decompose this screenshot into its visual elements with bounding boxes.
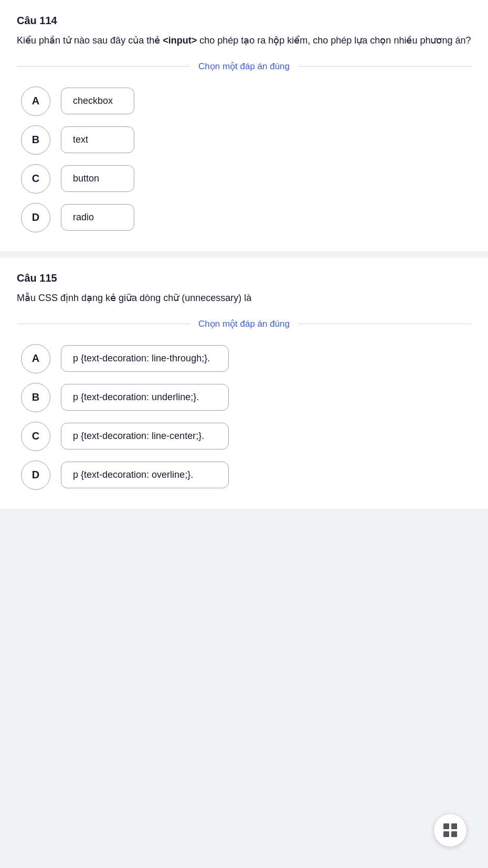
option-115-b-box[interactable]: p {text-decoration: underline;}.	[61, 384, 229, 411]
option-115-a[interactable]: A p {text-decoration: line-through;}.	[21, 344, 471, 373]
grid-dot-3	[443, 831, 449, 837]
option-114-d[interactable]: D radio	[21, 203, 471, 232]
divider-line-left-115	[17, 324, 190, 324]
option-115-a-box[interactable]: p {text-decoration: line-through;}.	[61, 345, 229, 372]
question-115-options: A p {text-decoration: line-through;}. B …	[17, 344, 471, 490]
option-115-b[interactable]: B p {text-decoration: underline;}.	[21, 383, 471, 412]
option-114-a-box[interactable]: checkbox	[61, 88, 134, 114]
question-115-number: Câu 115	[17, 272, 471, 284]
grid-dot-2	[451, 823, 457, 829]
grid-icon	[443, 823, 457, 837]
question-114-card: Câu 114 Kiểu phần tử nào sau đây của thẻ…	[0, 0, 488, 251]
option-115-d[interactable]: D p {text-decoration: overline;}.	[21, 460, 471, 490]
option-114-a[interactable]: A checkbox	[21, 87, 471, 116]
option-115-c-circle: C	[21, 422, 50, 451]
divider-line-left	[17, 66, 190, 67]
question-114-text: Kiểu phần tử nào sau đây của thẻ <input>…	[17, 33, 471, 48]
option-114-d-box[interactable]: radio	[61, 204, 134, 231]
grid-dot-1	[443, 823, 449, 829]
question-115-card: Câu 115 Mẫu CSS định dạng kẻ giữa dòng c…	[0, 258, 488, 509]
option-114-b[interactable]: B text	[21, 125, 471, 155]
option-114-c-box[interactable]: button	[61, 165, 134, 192]
divider-line-right-115	[298, 324, 471, 324]
question-114-number: Câu 114	[17, 15, 471, 27]
option-114-d-circle: D	[21, 203, 50, 232]
option-115-d-circle: D	[21, 460, 50, 490]
question-114-text-part1: Kiểu phần tử nào sau đây của thẻ	[17, 35, 163, 46]
fab-grid-button[interactable]	[433, 813, 467, 847]
option-114-b-circle: B	[21, 125, 50, 155]
question-114-text-highlight: <input>	[163, 35, 197, 46]
question-115-divider-label: Chọn một đáp án đúng	[198, 318, 290, 329]
option-115-b-circle: B	[21, 383, 50, 412]
question-114-divider-label: Chọn một đáp án đúng	[198, 61, 290, 72]
question-114-text-part2: cho phép tạo ra hộp kiểm, cho phép lựa c…	[197, 35, 471, 46]
option-115-d-box[interactable]: p {text-decoration: overline;}.	[61, 462, 229, 488]
option-115-c[interactable]: C p {text-decoration: line-center;}.	[21, 422, 471, 451]
divider-line-right	[298, 66, 471, 67]
option-114-a-circle: A	[21, 87, 50, 116]
grid-dot-4	[451, 831, 457, 837]
question-115-text: Mẫu CSS định dạng kẻ giữa dòng chữ (unne…	[17, 291, 471, 306]
option-114-b-box[interactable]: text	[61, 126, 134, 153]
question-114-options: A checkbox B text C button D radio	[17, 87, 471, 232]
option-115-c-box[interactable]: p {text-decoration: line-center;}.	[61, 423, 229, 449]
question-114-divider: Chọn một đáp án đúng	[17, 61, 471, 72]
option-114-c-circle: C	[21, 164, 50, 194]
option-114-c[interactable]: C button	[21, 164, 471, 194]
question-115-divider: Chọn một đáp án đúng	[17, 318, 471, 329]
option-115-a-circle: A	[21, 344, 50, 373]
